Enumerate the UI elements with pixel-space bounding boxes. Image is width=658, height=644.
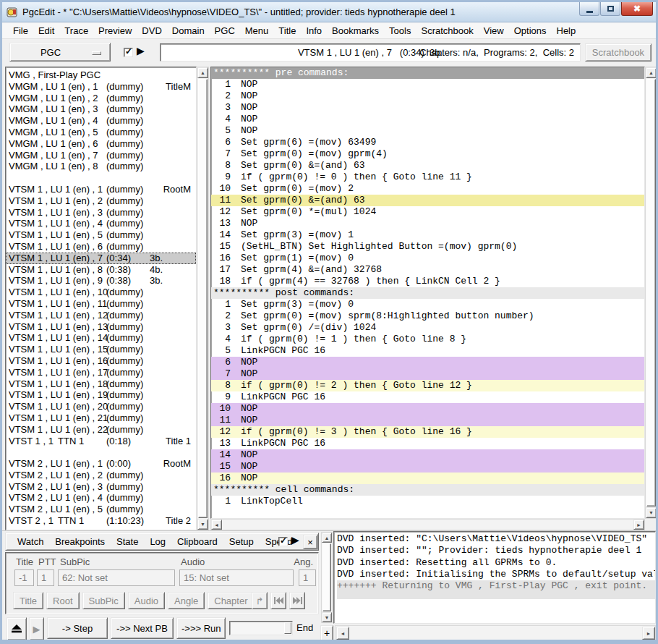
command-line[interactable]: 17Set gprm(4) &=(and) 32768 <box>211 264 644 276</box>
pgc-list-item[interactable]: VMGM , LU 1 (en) , 1(dummy)TitleM <box>6 81 196 93</box>
pgc-list-item[interactable]: VTSM 1 , LU 1 (en) , 18(dummy) <box>6 378 196 390</box>
pgc-list-item[interactable]: VTSM 2 , LU 1 (en) , 4(dummy) <box>6 492 196 504</box>
command-line[interactable]: 8if ( gprm(0) != 2 ) then { Goto line 12… <box>211 380 644 391</box>
trace-close-button[interactable]: × <box>303 535 317 549</box>
command-line[interactable]: 3Set gprm(0) /=(div) 1024 <box>211 322 644 334</box>
command-line[interactable]: 14Set gprm(3) =(mov) 1 <box>211 229 644 241</box>
pgc-list-item[interactable]: VTSM 1 , LU 1 (en) , 1(dummy)RootM <box>6 184 196 195</box>
pgc-list-item[interactable]: VTSM 1 , LU 1 (en) , 15(dummy) <box>6 344 196 355</box>
command-line[interactable]: 4NOP <box>211 114 644 125</box>
scroll-right-icon[interactable]: ► <box>633 520 644 530</box>
pgc-list-item[interactable]: VTSM 1 , LU 1 (en) , 20(dummy) <box>6 401 196 412</box>
step-button[interactable]: -> Step <box>47 617 108 639</box>
state-title-value[interactable]: -1 <box>14 569 34 586</box>
command-line[interactable]: 15(SetHL_BTN) Set Highlighted Button =(m… <box>211 241 644 253</box>
pgc-list-item[interactable]: VMGM , LU 1 (en) , 5(dummy) <box>6 127 196 138</box>
menu-item-options[interactable]: Options <box>509 24 552 38</box>
command-line[interactable]: 4if ( gprm(0) != 1 ) then { Goto line 8 … <box>211 334 644 345</box>
state-angle-value[interactable]: 1 <box>299 569 316 586</box>
log-hscrollbar[interactable]: ◄ ► <box>335 625 656 641</box>
pgc-list-item[interactable]: VTSM 1 , LU 1 (en) , 21(dummy) <box>6 412 196 424</box>
command-line[interactable]: 11Set gprm(0) &=(and) 63 <box>211 195 644 206</box>
command-line[interactable]: 11NOP <box>211 415 644 426</box>
command-line[interactable]: 16NOP <box>211 473 644 484</box>
menu-item-help[interactable]: Help <box>552 24 581 38</box>
eject-button[interactable] <box>7 617 27 640</box>
pgc-list[interactable]: VMG , First-Play PGCVMGM , LU 1 (en) , 1… <box>5 67 197 530</box>
trace-mode-checkbox[interactable]: ✓ <box>124 48 133 57</box>
prev-pb-button[interactable] <box>270 592 286 609</box>
command-scroll-thumb[interactable] <box>646 79 656 507</box>
command-line[interactable]: 12Set gprm(0) *=(mul) 1024 <box>211 206 644 218</box>
scroll-up-icon[interactable]: ▲ <box>322 533 332 543</box>
commands-section-header[interactable]: ********** cell commands: <box>211 484 644 496</box>
command-line[interactable]: 5NOP <box>211 125 644 137</box>
trace-tab-log[interactable]: Log <box>144 535 171 548</box>
trace-play-icon[interactable]: ▶ <box>291 534 299 546</box>
scroll-right-icon[interactable]: ► <box>642 627 655 640</box>
command-line[interactable]: 16Set gprm(1) =(mov) 0 <box>211 253 644 264</box>
log-vscrollbar[interactable]: ▲ ▼ <box>321 532 333 623</box>
trace-tab-watch[interactable]: Watch <box>12 535 49 548</box>
pgc-list-item[interactable]: VTSM 2 , LU 1 (en) , 2(dummy) <box>6 470 196 481</box>
domain-button-title[interactable]: Title <box>13 592 43 609</box>
menu-item-view[interactable]: View <box>479 24 509 38</box>
resume-button[interactable]: ▶ <box>29 617 44 640</box>
domain-button-subpic[interactable]: SubPic <box>82 592 125 609</box>
command-line[interactable]: 5LinkPGCN PGC 16 <box>211 345 644 357</box>
menu-item-preview[interactable]: Preview <box>93 24 137 38</box>
command-line[interactable]: 9if ( gprm(0) != 0 ) then { Goto line 11… <box>211 171 644 183</box>
menu-item-pgc[interactable]: PGC <box>210 24 240 38</box>
trace-tab-state[interactable]: State <box>111 535 144 548</box>
pgc-list-item[interactable]: VTST 2 , 1TTN 1(1:10:23)Title 2 <box>6 515 196 527</box>
command-line[interactable]: 15NOP <box>211 461 644 473</box>
command-line[interactable]: 1Set gprm(3) =(mov) 0 <box>211 299 644 310</box>
pgc-list-item[interactable]: VTSM 1 , LU 1 (en) , 6(dummy) <box>6 241 196 253</box>
pgc-list-item[interactable]: VMGM , LU 1 (en) , 7(dummy) <box>6 150 196 161</box>
menu-item-edit[interactable]: Edit <box>33 24 59 38</box>
pgc-list-item[interactable]: VTSM 2 , LU 1 (en) , 5(dummy) <box>6 504 196 515</box>
commands-section-header[interactable]: ********** post commands: <box>211 287 644 299</box>
pgc-list-item[interactable]: VTSM 1 , LU 1 (en) , 10(dummy) <box>6 287 196 298</box>
command-line[interactable]: 2Set gprm(0) =(mov) sprm(8:Highlighted b… <box>211 310 644 322</box>
pgc-list-item[interactable]: VMGM , LU 1 (en) , 3(dummy) <box>6 103 196 115</box>
pgc-mode-dropdown[interactable]: PGC <box>9 43 111 62</box>
scroll-up-icon[interactable]: ▲ <box>197 67 208 78</box>
run-button[interactable]: ->>> Run <box>176 617 226 639</box>
play-icon[interactable]: ▶ <box>137 45 145 56</box>
jump-out-button[interactable]: ↱ <box>252 592 268 609</box>
command-line[interactable]: 12if ( gprm(0) != 3 ) then { Goto line 1… <box>211 426 644 438</box>
pgc-list-item[interactable]: VTSM 1 , LU 1 (en) , 13(dummy) <box>6 321 196 333</box>
pgc-list-item[interactable]: VTSM 1 , LU 1 (en) , 4(dummy) <box>6 218 196 229</box>
pgc-list-item[interactable]: VTSM 1 , LU 1 (en) , 17(dummy) <box>6 367 196 378</box>
pgc-list-item[interactable]: VTSM 1 , LU 1 (en) , 12(dummy) <box>6 310 196 321</box>
scratchbook-button[interactable]: Scratchbook <box>585 43 651 62</box>
command-line[interactable]: 1LinkTopCell <box>211 496 644 507</box>
pgc-list-item[interactable]: VTSM 1 , LU 1 (en) , 2(dummy) <box>6 195 196 207</box>
menu-item-scratchbook[interactable]: Scratchbook <box>416 24 478 38</box>
command-line[interactable]: 13LinkPGCN PGC 16 <box>211 438 644 449</box>
pgc-list-item[interactable]: VTSM 1 , LU 1 (en) , 5(dummy) <box>6 229 196 241</box>
command-line[interactable]: 2NOP <box>211 90 644 102</box>
command-line[interactable]: 14NOP <box>211 449 644 461</box>
domain-button-audio[interactable]: Audio <box>128 592 165 609</box>
pgc-list-item[interactable]: VMGM , LU 1 (en) , 6(dummy) <box>6 138 196 150</box>
command-line[interactable]: 7Set gprm(0) =(mov) gprm(4) <box>211 148 644 160</box>
pgc-list-item[interactable]: VMGM , LU 1 (en) , 2(dummy) <box>6 93 196 104</box>
speed-slider-handle[interactable] <box>284 622 291 634</box>
command-line[interactable]: 10NOP <box>211 403 644 415</box>
pgc-list-item[interactable]: VTSM 1 , LU 1 (en) , 9(0:38)3b. <box>6 275 196 287</box>
command-line[interactable]: 9LinkPGCN PGC 16 <box>211 391 644 403</box>
domain-button-root[interactable]: Root <box>46 592 79 609</box>
pgc-list-item[interactable]: VTSM 1 , LU 1 (en) , 16(dummy) <box>6 355 196 367</box>
domain-button-chapter[interactable]: Chapter <box>208 592 254 609</box>
command-line[interactable]: 6NOP <box>211 357 644 368</box>
scroll-left-icon[interactable]: ◄ <box>336 627 349 640</box>
menu-item-info[interactable]: Info <box>301 24 327 38</box>
menu-item-dvd[interactable]: DVD <box>137 24 166 38</box>
pgc-list-item[interactable]: VMG , First-Play PGC <box>6 69 196 81</box>
trace-tab-clipboard[interactable]: Clipboard <box>171 535 223 548</box>
command-line[interactable]: 3NOP <box>211 102 644 114</box>
pgc-list-item[interactable]: VTSM 2 , LU 1 (en) , 1(0:00)RootM <box>6 458 196 470</box>
pgc-list-scroll-thumb[interactable] <box>198 79 208 518</box>
